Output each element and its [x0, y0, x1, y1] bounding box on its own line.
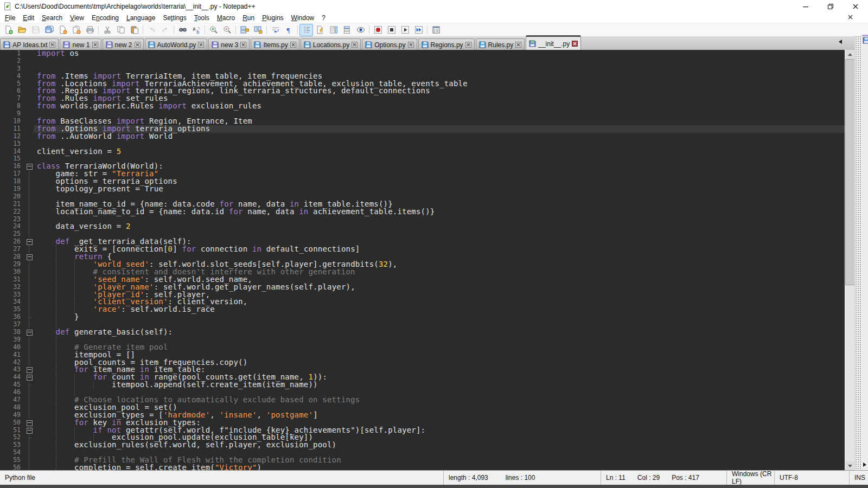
menu-search[interactable]: Search: [38, 14, 66, 22]
tab-rules-py[interactable]: Rules.py: [476, 38, 525, 50]
file-monitoring-button[interactable]: [354, 24, 367, 36]
menu-encoding[interactable]: Encoding: [88, 14, 123, 22]
splitter-arrow-right-icon[interactable]: [863, 463, 866, 467]
status-insert-mode[interactable]: INS: [849, 471, 868, 485]
scroll-up-button[interactable]: [845, 50, 855, 59]
vertical-scrollbar[interactable]: [845, 50, 855, 471]
tab-locations-py[interactable]: Locations.py: [301, 38, 361, 50]
docked-panel-edge[interactable]: [862, 35, 868, 472]
fold-collapse-marker[interactable]: [25, 419, 34, 427]
tab-scroll-left-icon[interactable]: [839, 40, 842, 44]
show-all-characters-button[interactable]: ¶: [282, 24, 296, 36]
paste-button[interactable]: [127, 24, 141, 36]
print-button[interactable]: [83, 24, 97, 36]
tab-close-icon[interactable]: [408, 42, 414, 48]
fold-collapse-marker[interactable]: [25, 374, 34, 381]
document-map-button[interactable]: [327, 24, 340, 36]
word-wrap-button[interactable]: [269, 24, 282, 36]
menu-language[interactable]: Language: [123, 14, 159, 22]
macro-play-button[interactable]: [398, 24, 412, 36]
menu-plugins[interactable]: Plugins: [258, 14, 287, 22]
menu-run[interactable]: Run: [239, 14, 258, 22]
indent-guide-button[interactable]: [299, 24, 313, 36]
save-all-button[interactable]: [42, 24, 56, 36]
new-file-button[interactable]: [2, 24, 15, 36]
tab-new-3[interactable]: new 3: [208, 38, 250, 50]
fold-collapse-marker[interactable]: [25, 163, 34, 170]
tab-close-icon[interactable]: [198, 42, 204, 48]
tab-init-py[interactable]: __init__.py: [526, 35, 581, 50]
scrollbar-thumb[interactable]: [845, 59, 855, 285]
scroll-down-button[interactable]: [845, 461, 855, 471]
status-eol-format[interactable]: Windows (CR LF): [726, 471, 774, 485]
tab-ap-ideas-txt[interactable]: AP Ideas.txt: [0, 38, 59, 50]
close-file-button[interactable]: [56, 24, 69, 36]
menu-help[interactable]: ?: [318, 14, 329, 22]
line-number: 6: [0, 87, 25, 95]
sync-scroll-vertical-button[interactable]: [238, 24, 251, 36]
undo-button[interactable]: [145, 24, 158, 36]
menu-tools[interactable]: Tools: [190, 14, 213, 22]
tab-regions-py[interactable]: Regions.py: [418, 38, 475, 50]
replace-button[interactable]: ab: [189, 24, 203, 36]
code-editor[interactable]: 1import os234from .Items import Terraria…: [0, 50, 845, 471]
zoom-out-button[interactable]: [220, 24, 234, 36]
tab-new-1[interactable]: new 1: [60, 38, 101, 50]
fold-margin: [25, 118, 34, 125]
function-list-button[interactable]: [313, 24, 327, 36]
menu-macro[interactable]: Macro: [213, 14, 239, 22]
sync-scroll-horizontal-button[interactable]: [251, 24, 265, 36]
tab-autoworld-py[interactable]: AutoWorld.py: [145, 38, 208, 50]
menu-file[interactable]: File: [1, 14, 19, 22]
tab-close-icon[interactable]: [49, 42, 55, 48]
open-file-button[interactable]: [15, 24, 29, 36]
document-switcher-button[interactable]: [429, 24, 443, 36]
tab-close-icon[interactable]: [352, 42, 358, 48]
redo-button[interactable]: [158, 24, 172, 36]
tab-close-icon[interactable]: [290, 42, 296, 48]
tab-options-py[interactable]: Options.py: [362, 38, 417, 50]
line-number: 46: [0, 389, 25, 396]
tab-close-icon[interactable]: [92, 42, 98, 48]
menu-window[interactable]: Window: [288, 14, 318, 22]
save-button[interactable]: [29, 24, 42, 36]
tab-items-py[interactable]: Items.py: [251, 38, 299, 50]
fold-collapse-marker[interactable]: [25, 366, 34, 374]
close-window-button[interactable]: [843, 0, 868, 13]
cut-button[interactable]: [100, 24, 114, 36]
tab-close-icon[interactable]: [515, 42, 521, 48]
menu-view[interactable]: View: [66, 14, 88, 22]
fold-collapse-marker[interactable]: [25, 238, 34, 246]
menu-edit[interactable]: Edit: [19, 14, 38, 22]
tab-close-icon[interactable]: [240, 42, 246, 48]
tab-new-2[interactable]: new 2: [103, 38, 144, 50]
macro-record-button[interactable]: [371, 24, 385, 36]
menu-settings[interactable]: Settings: [159, 14, 190, 22]
tab-close-icon[interactable]: [135, 42, 141, 48]
close-all-button[interactable]: [69, 24, 83, 36]
line-number: 9: [0, 110, 25, 118]
minimize-button[interactable]: [793, 0, 818, 13]
macro-run-multiple-button[interactable]: [412, 24, 425, 36]
tab-close-icon[interactable]: [572, 41, 578, 47]
restore-button[interactable]: [818, 0, 843, 13]
menu-close-document-icon[interactable]: [847, 14, 854, 22]
macro-stop-button[interactable]: [385, 24, 398, 36]
fold-collapse-marker[interactable]: [25, 427, 34, 434]
fold-margin: [25, 133, 34, 140]
find-button[interactable]: [176, 24, 189, 36]
copy-button[interactable]: [114, 24, 127, 36]
fold-collapse-marker[interactable]: [25, 253, 34, 261]
zoom-in-icon: [209, 25, 218, 34]
code-line: 8from worlds.generic.Rules import exclus…: [0, 102, 845, 110]
fold-collapse-marker[interactable]: [25, 329, 34, 336]
tab-label: Items.py: [263, 41, 288, 49]
code-text: exits = [connection[0] for connection in…: [34, 246, 845, 253]
indent-guide-line: [74, 381, 75, 389]
floppy-icon: [148, 41, 155, 48]
zoom-in-button[interactable]: [207, 24, 220, 36]
tab-close-icon[interactable]: [465, 42, 471, 48]
status-encoding[interactable]: UTF-8: [774, 471, 849, 485]
document-list-button[interactable]: [340, 24, 354, 36]
panel-splitter-grip[interactable]: [854, 36, 862, 471]
